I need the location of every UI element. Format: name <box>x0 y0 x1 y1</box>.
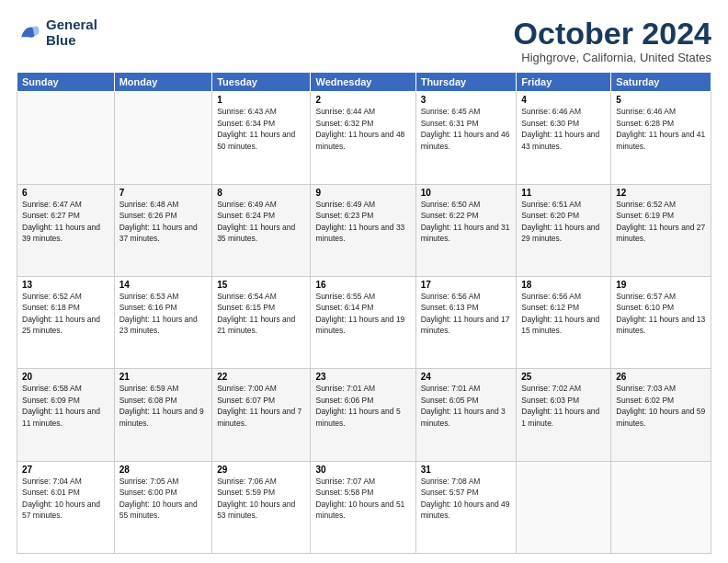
day-number: 21 <box>119 372 207 382</box>
day-number: 16 <box>315 280 410 290</box>
subtitle: Highgrove, California, United States <box>514 51 711 64</box>
col-thursday: Thursday <box>415 73 517 92</box>
day-info: Sunrise: 6:46 AMSunset: 6:28 PMDaylight:… <box>616 107 705 150</box>
day-info: Sunrise: 6:44 AMSunset: 6:32 PMDaylight:… <box>315 107 404 150</box>
day-info: Sunrise: 7:08 AMSunset: 5:57 PMDaylight:… <box>421 477 510 520</box>
col-wednesday: Wednesday <box>311 73 415 92</box>
week-row-1: 1Sunrise: 6:43 AMSunset: 6:34 PMDaylight… <box>17 92 711 184</box>
day-cell: 19Sunrise: 6:57 AMSunset: 6:10 PMDayligh… <box>611 277 711 369</box>
day-number: 6 <box>22 188 109 198</box>
day-cell: 22Sunrise: 7:00 AMSunset: 6:07 PMDayligh… <box>212 369 311 461</box>
day-info: Sunrise: 7:06 AMSunset: 5:59 PMDaylight:… <box>217 477 295 520</box>
day-number: 20 <box>22 372 109 382</box>
day-info: Sunrise: 6:43 AMSunset: 6:34 PMDaylight:… <box>217 107 295 150</box>
main-title: October 2024 <box>514 17 711 51</box>
page: General Blue October 2024 Highgrove, Cal… <box>0 0 728 563</box>
day-number: 27 <box>22 465 109 475</box>
day-info: Sunrise: 6:46 AMSunset: 6:30 PMDaylight:… <box>521 107 599 150</box>
day-cell: 13Sunrise: 6:52 AMSunset: 6:18 PMDayligh… <box>17 277 115 369</box>
day-info: Sunrise: 6:54 AMSunset: 6:15 PMDaylight:… <box>217 292 295 335</box>
day-number: 18 <box>521 280 606 290</box>
day-cell: 15Sunrise: 6:54 AMSunset: 6:15 PMDayligh… <box>212 277 311 369</box>
day-info: Sunrise: 6:50 AMSunset: 6:22 PMDaylight:… <box>421 200 510 243</box>
day-number: 7 <box>119 188 207 198</box>
day-number: 22 <box>217 372 305 382</box>
col-sunday: Sunday <box>17 73 115 92</box>
day-cell: 1Sunrise: 6:43 AMSunset: 6:34 PMDaylight… <box>212 92 311 184</box>
day-number: 23 <box>315 372 410 382</box>
week-row-5: 27Sunrise: 7:04 AMSunset: 6:01 PMDayligh… <box>17 461 711 553</box>
day-number: 1 <box>217 95 305 105</box>
day-cell: 31Sunrise: 7:08 AMSunset: 5:57 PMDayligh… <box>415 461 517 553</box>
day-number: 13 <box>22 280 109 290</box>
day-cell <box>611 461 711 553</box>
day-info: Sunrise: 6:53 AMSunset: 6:16 PMDaylight:… <box>119 292 198 335</box>
day-info: Sunrise: 6:49 AMSunset: 6:23 PMDaylight:… <box>315 200 404 243</box>
day-cell: 5Sunrise: 6:46 AMSunset: 6:28 PMDaylight… <box>611 92 711 184</box>
day-info: Sunrise: 6:58 AMSunset: 6:09 PMDaylight:… <box>22 384 100 427</box>
day-cell: 10Sunrise: 6:50 AMSunset: 6:22 PMDayligh… <box>415 184 517 276</box>
day-cell: 12Sunrise: 6:52 AMSunset: 6:19 PMDayligh… <box>611 184 711 276</box>
day-cell: 21Sunrise: 6:59 AMSunset: 6:08 PMDayligh… <box>114 369 211 461</box>
day-info: Sunrise: 6:52 AMSunset: 6:19 PMDaylight:… <box>616 200 705 243</box>
day-cell: 20Sunrise: 6:58 AMSunset: 6:09 PMDayligh… <box>17 369 115 461</box>
day-number: 4 <box>521 95 606 105</box>
col-monday: Monday <box>114 73 211 92</box>
calendar-table: Sunday Monday Tuesday Wednesday Thursday… <box>17 72 711 554</box>
week-row-3: 13Sunrise: 6:52 AMSunset: 6:18 PMDayligh… <box>17 277 711 369</box>
day-number: 31 <box>421 465 512 475</box>
day-info: Sunrise: 6:56 AMSunset: 6:12 PMDaylight:… <box>521 292 599 335</box>
day-info: Sunrise: 7:05 AMSunset: 6:00 PMDaylight:… <box>119 477 198 520</box>
col-tuesday: Tuesday <box>212 73 311 92</box>
day-info: Sunrise: 6:47 AMSunset: 6:27 PMDaylight:… <box>22 200 100 243</box>
day-number: 12 <box>616 188 706 198</box>
day-cell <box>17 92 115 184</box>
day-number: 15 <box>217 280 305 290</box>
col-saturday: Saturday <box>611 73 711 92</box>
day-cell: 9Sunrise: 6:49 AMSunset: 6:23 PMDaylight… <box>311 184 415 276</box>
day-cell: 25Sunrise: 7:02 AMSunset: 6:03 PMDayligh… <box>517 369 611 461</box>
day-number: 14 <box>119 280 207 290</box>
day-number: 28 <box>119 465 207 475</box>
day-cell: 27Sunrise: 7:04 AMSunset: 6:01 PMDayligh… <box>17 461 115 553</box>
day-cell: 29Sunrise: 7:06 AMSunset: 5:59 PMDayligh… <box>212 461 311 553</box>
day-info: Sunrise: 7:02 AMSunset: 6:03 PMDaylight:… <box>521 384 599 427</box>
logo-icon <box>17 19 42 45</box>
day-cell <box>114 92 211 184</box>
day-cell: 17Sunrise: 6:56 AMSunset: 6:13 PMDayligh… <box>415 277 517 369</box>
day-cell: 7Sunrise: 6:48 AMSunset: 6:26 PMDaylight… <box>114 184 211 276</box>
day-info: Sunrise: 6:59 AMSunset: 6:08 PMDaylight:… <box>119 384 204 427</box>
title-area: October 2024 Highgrove, California, Unit… <box>514 17 711 64</box>
week-row-2: 6Sunrise: 6:47 AMSunset: 6:27 PMDaylight… <box>17 184 711 276</box>
day-cell: 2Sunrise: 6:44 AMSunset: 6:32 PMDaylight… <box>311 92 415 184</box>
day-info: Sunrise: 6:57 AMSunset: 6:10 PMDaylight:… <box>616 292 705 335</box>
day-number: 2 <box>315 95 410 105</box>
day-number: 19 <box>616 280 706 290</box>
day-number: 10 <box>421 188 512 198</box>
day-cell: 3Sunrise: 6:45 AMSunset: 6:31 PMDaylight… <box>415 92 517 184</box>
logo: General Blue <box>17 17 97 49</box>
day-info: Sunrise: 7:00 AMSunset: 6:07 PMDaylight:… <box>217 384 301 427</box>
day-info: Sunrise: 6:48 AMSunset: 6:26 PMDaylight:… <box>119 200 198 243</box>
day-cell: 8Sunrise: 6:49 AMSunset: 6:24 PMDaylight… <box>212 184 311 276</box>
day-cell: 6Sunrise: 6:47 AMSunset: 6:27 PMDaylight… <box>17 184 115 276</box>
day-number: 25 <box>521 372 606 382</box>
day-number: 24 <box>421 372 512 382</box>
day-number: 5 <box>616 95 706 105</box>
day-cell: 14Sunrise: 6:53 AMSunset: 6:16 PMDayligh… <box>114 277 211 369</box>
col-friday: Friday <box>517 73 611 92</box>
day-number: 11 <box>521 188 606 198</box>
day-number: 17 <box>421 280 512 290</box>
day-number: 26 <box>616 372 706 382</box>
day-number: 3 <box>421 95 512 105</box>
day-number: 29 <box>217 465 305 475</box>
day-number: 30 <box>315 465 410 475</box>
day-cell: 4Sunrise: 6:46 AMSunset: 6:30 PMDaylight… <box>517 92 611 184</box>
day-info: Sunrise: 6:51 AMSunset: 6:20 PMDaylight:… <box>521 200 599 243</box>
header-row: Sunday Monday Tuesday Wednesday Thursday… <box>17 73 711 92</box>
day-info: Sunrise: 7:04 AMSunset: 6:01 PMDaylight:… <box>22 477 100 520</box>
day-info: Sunrise: 6:49 AMSunset: 6:24 PMDaylight:… <box>217 200 295 243</box>
day-info: Sunrise: 6:45 AMSunset: 6:31 PMDaylight:… <box>421 107 510 150</box>
day-cell: 23Sunrise: 7:01 AMSunset: 6:06 PMDayligh… <box>311 369 415 461</box>
day-cell: 30Sunrise: 7:07 AMSunset: 5:58 PMDayligh… <box>311 461 415 553</box>
